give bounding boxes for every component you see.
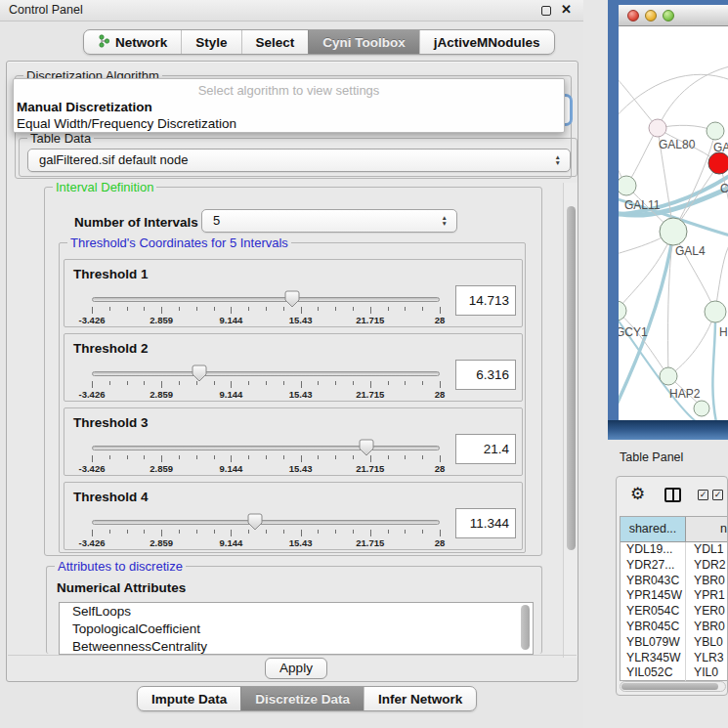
table-row[interactable]: YER054C YER0 bbox=[621, 604, 728, 620]
column-header-name[interactable]: na bbox=[686, 517, 728, 541]
tab[interactable]: Network bbox=[84, 30, 181, 54]
tab[interactable]: Select bbox=[241, 30, 309, 54]
slider-thumb-icon[interactable] bbox=[284, 290, 300, 308]
column-header-shared-name[interactable]: shared... bbox=[621, 517, 686, 541]
network-node[interactable] bbox=[660, 218, 687, 245]
tab[interactable]: Discretize Data bbox=[240, 687, 364, 710]
threshold-label: Threshold 4 bbox=[73, 490, 149, 504]
table-data-combobox[interactable]: galFiltered.sif default node bbox=[27, 149, 571, 172]
tab[interactable]: Infer Network bbox=[364, 687, 476, 710]
slider-track[interactable] bbox=[92, 446, 440, 450]
checkbox-icon[interactable] bbox=[698, 490, 708, 500]
network-nodes bbox=[619, 119, 728, 416]
network-node[interactable] bbox=[619, 176, 636, 195]
svg-text:GAL11: GAL11 bbox=[624, 198, 661, 212]
tab[interactable]: Style bbox=[181, 30, 240, 54]
cell-name: YLR3 bbox=[686, 651, 728, 666]
table-horizontal-scrollbar[interactable] bbox=[620, 681, 726, 692]
tab[interactable]: jActiveMNodules bbox=[419, 30, 554, 54]
network-node[interactable] bbox=[649, 119, 666, 137]
slider-thumb-icon[interactable] bbox=[359, 439, 374, 456]
slider-thumb-icon[interactable] bbox=[192, 364, 207, 382]
slider-ticks bbox=[92, 455, 440, 463]
list-item[interactable]: TopologicalCoefficient bbox=[60, 621, 533, 638]
cell-name: YDL1 bbox=[686, 542, 728, 558]
threshold-box: Threshold 3 -3.4262.8599.14415.4321.7152… bbox=[64, 407, 523, 476]
slider-track[interactable] bbox=[92, 371, 440, 376]
threshold-slider[interactable]: -3.4262.8599.14415.4321.71528 bbox=[92, 369, 440, 399]
float-window-icon[interactable] bbox=[541, 6, 551, 16]
table-panel-toolbar: ⚙ bbox=[617, 477, 727, 516]
threshold-slider[interactable]: -3.4262.8599.14415.4321.71528 bbox=[92, 444, 440, 473]
svg-text:GAL80: GAL80 bbox=[659, 138, 696, 151]
cell-shared-name: YDL19... bbox=[621, 542, 686, 558]
network-window: GAL80 GA C GAL11 GAL4 GCY1 H HAP2 bbox=[608, 0, 728, 440]
network-node-selected[interactable] bbox=[708, 152, 728, 174]
table-row[interactable]: YLR345W YLR3 bbox=[621, 651, 728, 666]
number-of-intervals-label: Number of Intervals bbox=[74, 215, 198, 230]
threshold-slider[interactable]: -3.4262.8599.14415.4321.71528 bbox=[92, 518, 440, 547]
threshold-value-field[interactable]: 6.316 bbox=[455, 360, 516, 390]
threshold-slider[interactable]: -3.4262.8599.14415.4321.71528 bbox=[92, 295, 440, 324]
number-of-intervals-spinner[interactable]: 5 bbox=[201, 209, 457, 233]
table-row[interactable]: YPR145W YPR1 bbox=[621, 588, 728, 604]
network-node[interactable] bbox=[694, 401, 709, 416]
table-row[interactable]: YBL079W YBL0 bbox=[621, 635, 728, 651]
network-node[interactable] bbox=[705, 301, 726, 322]
gear-icon[interactable]: ⚙ bbox=[630, 484, 645, 504]
close-icon[interactable]: ✕ bbox=[561, 2, 572, 17]
tab-label: Impute Data bbox=[151, 692, 227, 707]
network-node[interactable] bbox=[660, 367, 677, 385]
zoom-window-icon[interactable] bbox=[663, 10, 674, 21]
list-item[interactable]: SelfLoops bbox=[60, 603, 533, 621]
minimize-window-icon[interactable] bbox=[645, 10, 657, 21]
table-header: shared... na bbox=[621, 517, 728, 542]
checkbox-icon[interactable] bbox=[712, 490, 723, 500]
cell-name: YER0 bbox=[686, 604, 728, 620]
tab-label: Style bbox=[195, 35, 227, 50]
network-canvas[interactable]: GAL80 GA C GAL11 GAL4 GCY1 H HAP2 bbox=[619, 26, 728, 420]
table-panel-title: Table Panel bbox=[620, 450, 683, 464]
table-row[interactable]: YBR045C YBR0 bbox=[621, 620, 728, 635]
numerical-attributes-list[interactable]: SelfLoops TopologicalCoefficient Between… bbox=[59, 602, 534, 655]
network-node[interactable] bbox=[707, 122, 724, 140]
table-data-group: Table Data galFiltered.sif default node bbox=[19, 138, 578, 177]
threshold-value-field[interactable]: 21.4 bbox=[455, 434, 516, 464]
apply-button[interactable]: Apply bbox=[265, 658, 327, 679]
interval-definition-label: Interval Definition bbox=[53, 180, 156, 194]
thresholds-group-label: Threshold's Coordinates for 5 Intervals bbox=[67, 236, 291, 250]
table-row[interactable]: YIL052C YIL0 bbox=[621, 665, 728, 681]
network-node[interactable] bbox=[619, 301, 626, 321]
divider bbox=[8, 655, 577, 656]
interval-definition-group: Interval Definition Number of Intervals … bbox=[44, 187, 542, 556]
slider-thumb-icon[interactable] bbox=[247, 513, 263, 531]
table-row[interactable]: YDR27... YDR2 bbox=[621, 558, 728, 574]
tab[interactable]: Impute Data bbox=[138, 687, 240, 710]
table-row[interactable]: YBR043C YBR0 bbox=[621, 574, 728, 589]
cell-shared-name: YBR043C bbox=[621, 574, 686, 589]
menu-item-equal-width-frequency[interactable]: Equal Width/Frequency Discretization bbox=[17, 116, 236, 131]
spinner-icon bbox=[555, 154, 561, 166]
columns-icon[interactable] bbox=[664, 488, 681, 502]
slider-track[interactable] bbox=[92, 297, 440, 302]
threshold-box: Threshold 4 -3.4262.8599.14415.4321.7152… bbox=[64, 482, 523, 550]
cell-shared-name: YBR045C bbox=[621, 620, 686, 635]
threshold-value-field[interactable]: 11.344 bbox=[455, 508, 516, 538]
network-icon bbox=[98, 34, 110, 51]
control-panel-titlebar: Control Panel ✕ bbox=[0, 0, 583, 21]
settings-scrollbar[interactable] bbox=[563, 183, 578, 658]
node-table: shared... na YDL19... YDL1 YDR27... YDR2… bbox=[620, 516, 728, 681]
slider-track[interactable] bbox=[92, 520, 440, 525]
slider-tick-labels: -3.4262.8599.14415.4321.71528 bbox=[92, 537, 440, 548]
slider-ticks bbox=[92, 307, 440, 315]
tab[interactable]: Cyni Toolbox bbox=[308, 30, 419, 54]
list-scrollbar[interactable] bbox=[520, 605, 531, 654]
table-row[interactable]: YDL19... YDL1 bbox=[621, 542, 728, 558]
list-item[interactable]: BetweennessCentrality bbox=[60, 638, 533, 655]
cell-shared-name: YDR27... bbox=[621, 558, 686, 574]
menu-item-manual-discretization[interactable]: Manual Discretization bbox=[17, 100, 152, 114]
cell-shared-name: YLR345W bbox=[621, 651, 686, 666]
close-window-icon[interactable] bbox=[627, 10, 639, 21]
svg-text:HAP2: HAP2 bbox=[669, 387, 701, 401]
threshold-value-field[interactable]: 14.713 bbox=[455, 285, 516, 316]
